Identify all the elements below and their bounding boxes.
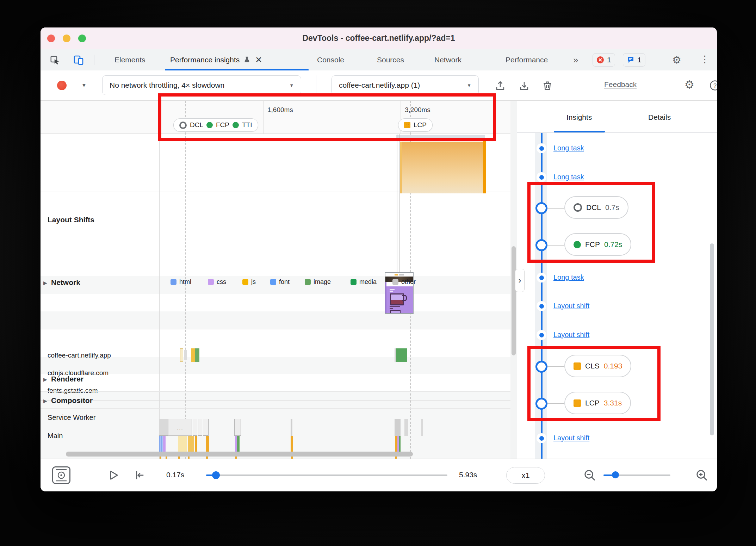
upload-trace-icon[interactable] [494, 80, 506, 92]
tab-network[interactable]: Network [434, 49, 461, 70]
thumb-text-line [390, 308, 393, 309]
timeline-dot [539, 304, 544, 309]
panel-scrollbar-thumb[interactable] [710, 243, 714, 435]
compositor-disclosure-icon[interactable]: ▶ [43, 398, 50, 404]
network-disclosure-icon[interactable]: ▶ [43, 280, 50, 286]
help-icon[interactable]: ? [709, 80, 717, 91]
separator [41, 374, 514, 374]
row-shading [41, 311, 514, 329]
error-count-badge[interactable]: 1 [593, 53, 615, 67]
message-count: 1 [637, 56, 642, 64]
main-task-block[interactable] [159, 419, 168, 436]
network-request-bar[interactable] [396, 348, 407, 362]
message-count-badge[interactable]: 1 [623, 53, 645, 67]
screenshot-preview-button[interactable] [52, 466, 70, 484]
tab-insights[interactable]: Insights [566, 113, 592, 122]
main-task-block[interactable] [198, 419, 202, 436]
insight-link-long-task[interactable]: Long task [553, 173, 584, 181]
tab-performance-insights[interactable]: Performance insights ✕ [170, 49, 262, 70]
more-tabs-label: » [573, 55, 578, 66]
tab-performance[interactable]: Performance [506, 49, 548, 70]
vertical-scrollbar-thumb[interactable] [512, 246, 516, 355]
horizontal-scrollbar[interactable] [66, 452, 413, 457]
lcp-region-right-edge [483, 139, 486, 193]
insight-link-layout-shift[interactable]: Layout shift [553, 331, 589, 339]
main-task-block[interactable] [193, 419, 197, 436]
more-tabs-button[interactable]: » [573, 49, 578, 70]
error-count: 1 [607, 56, 611, 64]
legend-swatch [270, 279, 276, 285]
row-shading [41, 391, 514, 459]
feedback-link[interactable]: Feedback [604, 80, 637, 89]
settings-gear-icon[interactable]: ⚙ [672, 54, 681, 66]
legend-label: image [314, 278, 331, 286]
page-select[interactable]: coffee-cart.netlify.app (1) ▼ [331, 75, 479, 95]
delete-trace-icon[interactable] [541, 80, 553, 92]
lcp-highlight-region[interactable] [400, 142, 485, 193]
thumb-text-line [390, 291, 393, 292]
record-button[interactable] [57, 81, 67, 90]
network-request-bar[interactable] [184, 350, 187, 360]
legend-swatch [208, 279, 214, 285]
tab-sources[interactable]: Sources [377, 49, 404, 70]
tab-elements[interactable]: Elements [114, 49, 145, 70]
main-task-block[interactable] [291, 419, 292, 436]
playback-speed-button[interactable]: x1 [506, 467, 545, 484]
record-options-caret-icon[interactable]: ▼ [81, 82, 87, 88]
tab-label: Sources [377, 56, 404, 64]
legend-swatch [351, 279, 357, 285]
download-trace-icon[interactable] [518, 80, 530, 92]
main-task-block[interactable] [395, 419, 401, 436]
main-task-block[interactable] [421, 419, 423, 436]
network-request-bar[interactable] [180, 348, 183, 362]
row-shading [41, 357, 514, 374]
tab-label: Network [434, 56, 461, 64]
zoom-slider-thumb[interactable] [612, 471, 619, 478]
skip-to-start-icon[interactable] [133, 469, 146, 482]
toolbar-divider [677, 75, 677, 95]
thumb-header [385, 273, 413, 277]
insight-link-long-task[interactable]: Long task [553, 273, 584, 281]
window-title: DevTools - coffee-cart.netlify.app/?ad=1 [41, 33, 717, 43]
separator [41, 400, 514, 401]
main-task-block[interactable]: ... [168, 419, 192, 436]
device-toolbar-icon[interactable] [73, 55, 84, 66]
panel-tabs-border [517, 132, 717, 133]
main-task-block[interactable] [203, 419, 209, 436]
chevron-down-icon: ▼ [289, 83, 294, 88]
tab-console[interactable]: Console [317, 49, 344, 70]
panel-settings-gear-icon[interactable]: ⚙ [684, 78, 694, 91]
lcp-connector-line [397, 134, 397, 272]
total-time-label: 5.93s [459, 471, 477, 479]
tab-details[interactable]: Details [648, 113, 671, 122]
zoom-in-icon[interactable] [695, 469, 708, 482]
insight-link-layout-shift[interactable]: Layout shift [553, 302, 589, 310]
thumb-mug [390, 293, 404, 305]
feedback-label: Feedback [604, 80, 637, 88]
network-row-label[interactable]: coffee-cart.netlify.app [48, 352, 111, 359]
seek-slider-thumb[interactable] [212, 471, 220, 479]
kebab-menu-icon[interactable]: ⋮ [700, 54, 709, 65]
inspect-icon[interactable] [50, 55, 60, 66]
main-task-block[interactable] [234, 419, 241, 436]
legend-label: media [359, 278, 377, 286]
network-request-bar[interactable] [191, 348, 195, 362]
throttling-select[interactable]: No network throttling, 4× slowdown ▼ [102, 75, 301, 95]
separator [41, 408, 514, 409]
renderer-disclosure-icon[interactable]: ▶ [43, 376, 50, 383]
main-task-block[interactable] [404, 419, 408, 436]
play-button[interactable] [107, 469, 120, 482]
close-tab-icon[interactable]: ✕ [255, 55, 262, 65]
separator [41, 391, 514, 392]
track-label-service-worker: Service Worker [48, 414, 95, 422]
legend-label: js [251, 278, 256, 286]
insight-link-long-task[interactable]: Long task [553, 144, 584, 152]
seek-slider-track[interactable] [206, 474, 447, 476]
network-request-bar[interactable] [195, 348, 199, 362]
legend-label: html [179, 278, 191, 286]
expand-sidebar-button[interactable]: › [515, 269, 525, 292]
zoom-out-icon[interactable] [583, 469, 596, 482]
network-row-label[interactable]: fonts.gstatic.com [48, 387, 98, 395]
annotation-box-cls-lcp [527, 346, 661, 421]
insight-link-layout-shift[interactable]: Layout shift [553, 434, 589, 442]
